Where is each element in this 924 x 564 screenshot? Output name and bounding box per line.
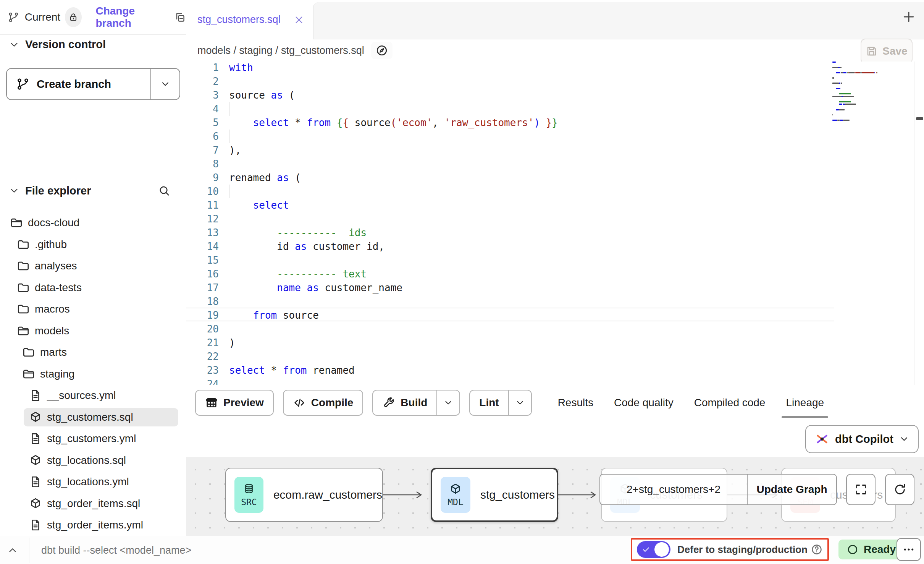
tab-lineage[interactable]: Lineage [775,385,834,420]
code-line-4[interactable]: 4 [186,102,924,116]
copilot-compass-button[interactable] [371,42,393,59]
check-icon [641,545,651,554]
node-badge-mdl: MDL [441,477,470,513]
code-line-21[interactable]: 21) [186,336,924,350]
code-line-24[interactable]: 24 [186,377,924,386]
create-branch-dropdown[interactable] [151,79,179,89]
tree-item-marts[interactable]: marts [0,342,186,363]
save-button[interactable]: Save [861,39,913,64]
preview-button-main[interactable]: Preview [196,391,273,415]
tab-stg-customers[interactable]: stg_customers.sql [186,0,313,39]
code-line-11[interactable]: 11 select [186,198,924,212]
tree-item-stg-locations-yml[interactable]: stg_locations.yml [0,471,186,493]
code-line-3[interactable]: 3source as ( [186,88,924,102]
code-editor[interactable]: 1with23source as (45 select * from {{ so… [186,62,924,386]
lineage-node-stg-customers[interactable]: MDLstg_customers [431,468,558,522]
tree-item-data-tests[interactable]: data-tests [0,277,186,299]
code-line-16[interactable]: 16 ---------- text [186,267,924,281]
tree-item-stg-order-items-sql[interactable]: stg_order_items.sql [0,493,186,515]
tree-item-macros[interactable]: macros [0,298,186,320]
line-number: 5 [186,116,224,130]
tree-item-models[interactable]: models [0,320,186,342]
code-text [224,253,229,267]
lineage-panel[interactable]: SRCecom.raw_customersMDLstg_customersMDL… [186,457,924,536]
minimap[interactable] [832,62,890,128]
chevron-up-icon[interactable] [7,545,18,556]
code-line-12[interactable]: 12 [186,212,924,226]
code-text [224,130,229,143]
tree-item-stg-customers-yml[interactable]: stg_customers.yml [0,428,186,450]
git-branch-icon [8,10,19,24]
preview-button[interactable]: Preview [195,390,274,416]
build-button[interactable]: Build [372,390,460,416]
create-branch-button[interactable]: Create branch [6,68,180,100]
tree-item-staging[interactable]: staging [0,363,186,385]
line-number: 9 [186,171,224,185]
minimap-slider[interactable] [916,117,923,120]
tab-compiled-code[interactable]: Compiled code [684,385,776,420]
folder-icon [17,303,30,316]
more-options-button[interactable] [897,538,921,561]
version-control-title: Version control [25,38,106,51]
lineage-node-ecom-raw-customers[interactable]: SRCecom.raw_customers [225,468,383,522]
lint-button-main[interactable]: Lint [470,391,508,415]
code-line-13[interactable]: 13 ---------- ids [186,226,924,240]
tree-item--sources-yml[interactable]: __sources.yml [0,385,186,407]
command-input[interactable]: dbt build --select <model_name> [41,545,191,556]
tree-item-docs-cloud[interactable]: docs-cloud [0,212,186,234]
build-button-main[interactable]: Build [373,391,436,415]
editor-scrollbar[interactable] [914,62,914,385]
code-line-20[interactable]: 20 [186,322,924,336]
code-line-7[interactable]: 7), [186,143,924,157]
git-branch-icon [16,77,30,91]
close-icon[interactable] [293,14,305,26]
code-line-2[interactable]: 2 [186,75,924,88]
file-explorer-header[interactable]: File explorer [8,184,178,197]
build-dropdown[interactable] [436,391,459,415]
code-line-22[interactable]: 22 [186,350,924,363]
code-line-9[interactable]: 9renamed as ( [186,171,924,185]
update-graph-button[interactable]: Update Graph [748,475,836,504]
refresh-button[interactable] [885,474,914,505]
code-line-17[interactable]: 17 name as customer_name [186,281,924,295]
tree-item--github[interactable]: .github [0,234,186,256]
change-branch-link[interactable]: Change branch [95,5,162,29]
search-icon[interactable] [158,184,171,197]
lint-dropdown[interactable] [508,391,531,415]
new-tab-plus-icon[interactable] [901,9,916,24]
defer-toggle[interactable] [637,541,670,558]
tree-item-stg-locations-sql[interactable]: stg_locations.sql [0,450,186,472]
lineage-selector-input[interactable]: 2+stg_customers+2 [600,475,748,504]
code-text: ), [224,143,241,157]
version-control-header[interactable]: Version control [8,38,106,51]
tab-label: Lineage [786,397,824,409]
badge-label: MDL [447,497,464,507]
code-line-5[interactable]: 5 select * from {{ source('ecom', 'raw_c… [186,116,924,130]
copy-icon[interactable] [174,10,186,24]
fullscreen-button[interactable] [846,474,876,505]
code-line-6[interactable]: 6 [186,130,924,143]
lint-button[interactable]: Lint [469,390,531,416]
compile-button[interactable]: Compile [283,390,363,416]
code-text: select * from renamed [224,363,355,377]
code-line-18[interactable]: 18 [186,295,924,308]
code-line-1[interactable]: 1with [186,62,924,75]
compile-button-main[interactable]: Compile [284,391,362,415]
chevron-down-icon [8,39,20,50]
tab-code-quality[interactable]: Code quality [604,385,684,420]
code-line-19[interactable]: 19 from source [186,308,924,322]
dbt-copilot-button[interactable]: dbt Copilot [805,425,919,453]
code-line-15[interactable]: 15 [186,253,924,267]
tree-item-stg-customers-sql[interactable]: stg_customers.sql [0,407,186,428]
code-line-14[interactable]: 14 id as customer_id, [186,240,924,253]
tree-item-analyses[interactable]: analyses [0,255,186,277]
chevron-down-icon [515,398,525,408]
code-line-8[interactable]: 8 [186,157,924,171]
code-line-10[interactable]: 10 [186,185,924,198]
create-branch-main[interactable]: Create branch [7,69,151,99]
tree-item-label: analyses [35,260,77,272]
help-icon[interactable] [811,543,823,556]
tree-item-stg-order-items-yml[interactable]: stg_order_items.yml [0,514,186,536]
tab-results[interactable]: Results [548,385,604,420]
code-line-23[interactable]: 23select * from renamed [186,363,924,377]
